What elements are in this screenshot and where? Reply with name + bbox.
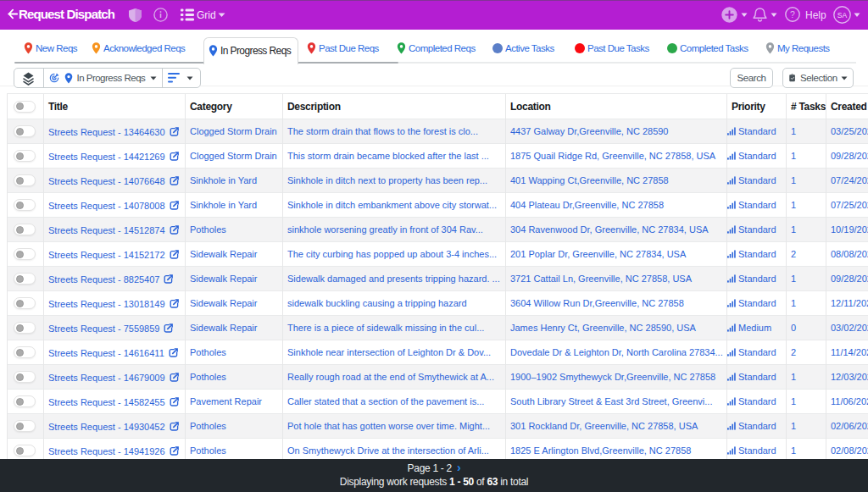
svg-text:SA: SA (837, 11, 848, 19)
svg-text:?: ? (790, 9, 795, 19)
